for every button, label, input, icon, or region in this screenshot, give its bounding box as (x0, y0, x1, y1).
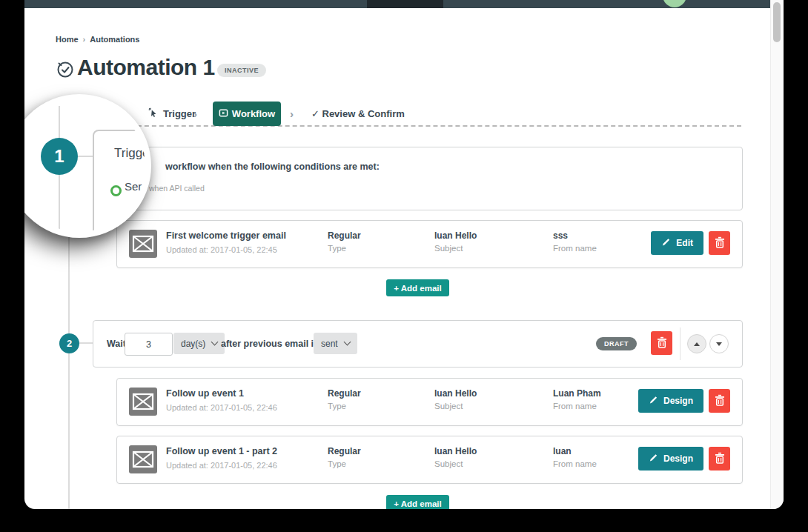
row-actions: Edit (651, 231, 730, 255)
wait-value-input[interactable] (125, 333, 173, 356)
email-from-col: Luan Pham From name (553, 388, 601, 410)
cursor-click-icon (148, 107, 159, 120)
timeline-connector (79, 342, 93, 344)
email-from-label: From name (553, 402, 601, 410)
envelope-icon (129, 230, 157, 258)
email-title: First welcome trigger email (166, 230, 286, 241)
screenshot-frame: Home›Automations Automation 1 INACTIVE › (0, 0, 808, 532)
tab-trigger-label: Trigger (163, 108, 196, 119)
pencil-icon (649, 395, 658, 407)
delete-email-button[interactable] (709, 447, 730, 471)
step-separator: › (290, 102, 294, 126)
row-actions: Design (638, 447, 730, 471)
trigger-heading: workflow when the following conditions a… (165, 162, 380, 172)
divider (680, 327, 680, 360)
breadcrumb: Home›Automations (56, 35, 139, 44)
email-updated-at: Updated at: 2017-01-05, 22:45 (166, 245, 277, 254)
wait-condition-label: after previous email is (221, 339, 319, 349)
email-type-value: Regular (328, 388, 361, 399)
design-button[interactable]: Design (638, 447, 703, 471)
trigger-conditions-card: workflow when the following conditions a… (93, 147, 743, 210)
delete-wait-step-button[interactable] (651, 331, 672, 355)
page-title: Automation 1 (77, 55, 215, 80)
email-type-label: Type (328, 459, 361, 468)
email-type-label: Type (328, 244, 361, 253)
pencil-icon (661, 237, 671, 249)
timeline-connector (78, 156, 93, 157)
email-type-value: Regular (328, 230, 361, 241)
email-type-col: Regular Type (328, 388, 361, 410)
email-subject-col: luan Hello Subject (434, 446, 477, 468)
radio-selected-icon (110, 185, 122, 196)
move-down-button[interactable] (709, 334, 729, 353)
pencil-icon (649, 453, 658, 465)
row-actions: Design (638, 389, 730, 413)
wait-step-card: Wait day(s) after previous email is sent… (93, 320, 743, 368)
add-email-button[interactable]: + Add email (386, 495, 449, 509)
delete-email-button[interactable] (709, 389, 730, 413)
email-subject-label: Subject (434, 244, 477, 253)
wait-unit-select[interactable]: day(s) (173, 333, 225, 354)
email-from-value: sss (553, 230, 597, 241)
email-type-col: Regular Type (328, 446, 361, 468)
design-button[interactable]: Design (638, 389, 703, 413)
navbar-active-item[interactable] (367, 0, 443, 8)
envelope-icon (129, 445, 157, 473)
tab-workflow[interactable]: Workflow (213, 102, 281, 126)
email-type-col: Regular Type (328, 230, 361, 253)
caret-down-icon (716, 342, 722, 346)
email-updated-at: Updated at: 2017-01-05, 22:46 (166, 403, 277, 412)
delete-email-button[interactable] (709, 231, 730, 255)
email-subject-value: luan Hello (434, 230, 477, 241)
top-navbar (24, 0, 771, 8)
email-subject-value: luan Hello (434, 446, 477, 456)
step-separator: › (193, 102, 197, 126)
email-from-label: From name (553, 244, 597, 253)
email-title: Follow up event 1 (166, 388, 244, 399)
email-row: Follow up event 1 - part 2 Updated at: 2… (116, 436, 743, 484)
chevron-down-icon (211, 339, 219, 346)
add-email-button[interactable]: + Add email (386, 279, 449, 296)
status-badge: INACTIVE (217, 64, 266, 77)
edit-button-label: Edit (676, 238, 693, 248)
email-from-label: From name (553, 459, 597, 468)
wait-status-select[interactable]: sent (314, 333, 357, 354)
trash-icon (715, 394, 725, 408)
tab-trigger[interactable]: Trigger (148, 102, 196, 126)
caret-up-icon (694, 342, 700, 346)
edit-button[interactable]: Edit (651, 231, 703, 255)
email-subject-value: luan Hello (434, 388, 477, 399)
breadcrumb-separator: › (83, 35, 86, 44)
trigger-option-label[interactable]: when API called (149, 184, 205, 193)
email-type-value: Regular (328, 446, 361, 456)
breadcrumb-home-link[interactable]: Home (56, 35, 79, 44)
tab-workflow-label: Workflow (232, 108, 275, 119)
email-from-value: Luan Pham (553, 388, 601, 399)
envelope-icon (129, 388, 157, 416)
scrollbar-track[interactable] (770, 0, 784, 509)
trash-icon (715, 236, 725, 250)
step-number-1: 1 (41, 138, 78, 175)
tab-review-confirm[interactable]: ✓ Review & Confirm (311, 102, 405, 126)
design-button-label: Design (663, 396, 693, 406)
tab-review-label: ✓ Review & Confirm (311, 108, 405, 119)
automation-clock-icon (56, 59, 74, 82)
magnified-trigger-heading: Trigge (114, 146, 150, 161)
design-button-label: Design (663, 453, 693, 464)
email-title: Follow up event 1 - part 2 (166, 446, 277, 456)
email-from-col: sss From name (553, 230, 597, 253)
step-nav: › Trigger › (24, 102, 784, 126)
trash-icon (657, 336, 667, 350)
email-row: Follow up event 1 Updated at: 2017-01-05… (116, 378, 743, 426)
step-number-2: 2 (59, 333, 79, 353)
email-subject-col: luan Hello Subject (434, 388, 477, 410)
move-up-button[interactable] (687, 334, 706, 353)
wait-unit-value: day(s) (181, 339, 205, 349)
avatar[interactable] (663, 0, 686, 7)
wait-label: Wait (107, 339, 126, 349)
email-subject-label: Subject (434, 402, 477, 410)
scrollbar-thumb[interactable] (773, 2, 781, 42)
breadcrumb-automations-link[interactable]: Automations (90, 35, 139, 44)
timeline-line (59, 106, 60, 138)
chevron-down-icon (343, 339, 351, 346)
